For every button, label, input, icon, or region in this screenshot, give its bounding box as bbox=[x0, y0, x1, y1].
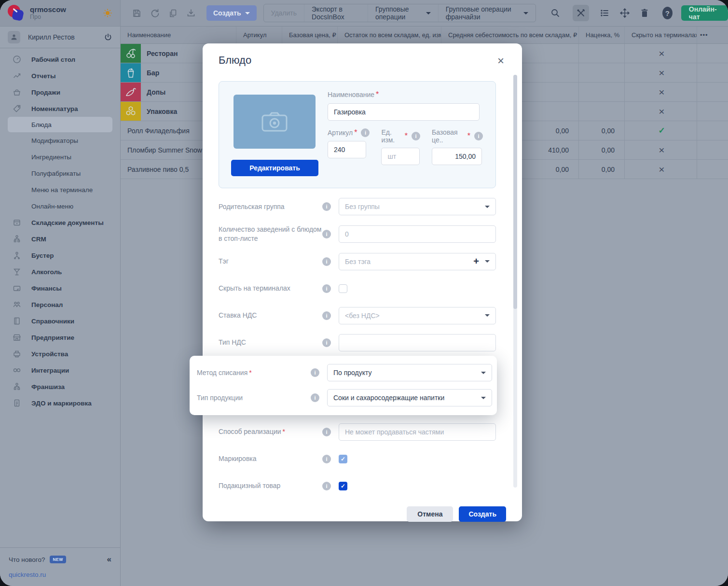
edit-photo-button[interactable]: Редактировать bbox=[231, 160, 318, 176]
devices-printer-icon bbox=[13, 349, 22, 358]
info-icon[interactable]: i bbox=[361, 128, 370, 137]
move-icon[interactable] bbox=[620, 8, 630, 18]
info-icon[interactable]: i bbox=[322, 257, 331, 266]
info-icon[interactable]: i bbox=[322, 311, 331, 320]
sidebar-item-finance[interactable]: Финансы bbox=[0, 280, 120, 296]
close-icon[interactable]: × bbox=[495, 54, 506, 68]
sidebar-item-modifiers[interactable]: Модификаторы bbox=[0, 132, 120, 149]
save-icon[interactable] bbox=[132, 9, 141, 18]
sidebar-item-semifinished[interactable]: Полуфабрикаты bbox=[0, 165, 120, 181]
copy-icon[interactable] bbox=[168, 9, 178, 18]
sidebar-item-warehouse-docs[interactable]: Складские документы bbox=[0, 214, 120, 231]
franchise-orgchart-icon bbox=[13, 382, 22, 391]
chevron-down-icon bbox=[485, 260, 490, 263]
cancel-button[interactable]: Отмена bbox=[407, 506, 453, 522]
writeoff-method-label: Метод списания bbox=[197, 369, 247, 377]
search-icon[interactable] bbox=[550, 8, 560, 18]
sidebar-nav: Рабочий стол Отчеты Продажи Номенклатура… bbox=[0, 48, 120, 411]
sidebar-item-devices[interactable]: Устройства bbox=[0, 346, 120, 362]
whats-new-link[interactable]: Что нового? bbox=[9, 556, 45, 563]
modal-scrollbar-thumb[interactable] bbox=[513, 75, 517, 309]
info-icon[interactable]: i bbox=[322, 202, 331, 211]
info-icon[interactable]: i bbox=[474, 132, 483, 140]
sidebar-item-franchise[interactable]: Франшиза bbox=[0, 378, 120, 395]
vat-type-input[interactable] bbox=[339, 334, 496, 351]
hidden-cross-mark: × bbox=[659, 164, 664, 174]
info-icon[interactable]: i bbox=[322, 338, 331, 347]
group-operations-franchise-button[interactable]: Групповые операции франчайзи bbox=[438, 4, 536, 22]
info-icon[interactable]: i bbox=[322, 230, 331, 238]
sidebar-item-ingredients[interactable]: Ингредиенты bbox=[0, 149, 120, 165]
hide-on-terminals-checkbox[interactable] bbox=[339, 284, 347, 293]
col-header-hidden[interactable]: Скрыто на терминалах bbox=[625, 27, 697, 43]
sidebar-item-edo[interactable]: ЭДО и маркировка bbox=[0, 395, 120, 411]
hidden-cross-mark: × bbox=[659, 87, 664, 97]
parent-group-select[interactable]: Без группы bbox=[339, 198, 496, 215]
info-icon[interactable]: i bbox=[311, 393, 319, 402]
info-icon[interactable]: i bbox=[322, 455, 331, 463]
sidebar-item-dashboard[interactable]: Рабочий стол bbox=[0, 51, 120, 68]
delete-button[interactable]: Удалить bbox=[264, 4, 304, 22]
photo-placeholder[interactable] bbox=[234, 95, 316, 149]
writeoff-method-select[interactable]: По продукту bbox=[327, 364, 492, 381]
sidebar-item-integrations[interactable]: Интеграции bbox=[0, 362, 120, 378]
chevron-down-icon bbox=[481, 372, 486, 374]
sidebar-item-alcohol[interactable]: Алкоголь bbox=[0, 264, 120, 280]
col-header-name[interactable]: Наименование bbox=[121, 27, 236, 43]
hidden-cross-mark: × bbox=[659, 48, 664, 58]
col-header-stock[interactable]: Остаток по всем складам, ед. изм. bbox=[338, 27, 441, 43]
unit-input[interactable] bbox=[381, 148, 420, 165]
sidebar-item-crm[interactable]: CRM bbox=[0, 231, 120, 247]
info-icon[interactable]: i bbox=[322, 428, 331, 436]
sales-basket-icon bbox=[13, 88, 22, 97]
sidebar-item-nomenclature[interactable]: Номенклатура bbox=[0, 100, 120, 117]
sidebar-item-staff[interactable]: Персонал bbox=[0, 296, 120, 313]
toolbar-button-group: Удалить Экспорт в DocsInBox Групповые оп… bbox=[263, 4, 536, 22]
trash-icon[interactable] bbox=[640, 8, 649, 18]
group-operations-button[interactable]: Групповые операции bbox=[368, 4, 438, 22]
sale-method-input[interactable] bbox=[339, 423, 496, 441]
sidebar-item-terminal-menu[interactable]: Меню на терминале bbox=[0, 181, 120, 198]
enterprise-store-icon bbox=[13, 333, 22, 342]
tools-icon[interactable] bbox=[573, 5, 589, 21]
excise-checkbox[interactable]: ✓ bbox=[339, 482, 347, 490]
info-icon[interactable]: i bbox=[412, 132, 420, 140]
add-tag-icon[interactable]: + bbox=[473, 256, 479, 267]
theme-sun-icon[interactable] bbox=[103, 8, 112, 18]
refresh-icon[interactable] bbox=[150, 8, 160, 18]
online-chat-button[interactable]: Онлайн-чат bbox=[681, 5, 728, 21]
logout-power-icon[interactable] bbox=[104, 33, 112, 42]
vat-rate-select[interactable]: <без НДС> bbox=[339, 307, 496, 324]
sidebar-item-enterprise[interactable]: Предприятие bbox=[0, 329, 120, 346]
col-header-sku[interactable]: Артикул bbox=[236, 27, 282, 43]
sidebar-item-directories[interactable]: Справочники bbox=[0, 313, 120, 329]
base-price-input[interactable] bbox=[432, 148, 482, 165]
chevron-down-icon bbox=[481, 397, 486, 399]
col-header-base-price[interactable]: Базовая цена, ₽ bbox=[282, 27, 338, 43]
quickresto-link[interactable]: quickresto.ru bbox=[9, 571, 111, 578]
info-icon[interactable]: i bbox=[322, 482, 331, 490]
stoplist-count-input[interactable] bbox=[339, 225, 496, 243]
help-icon[interactable]: ? bbox=[662, 7, 673, 19]
column-settings-button[interactable]: ••• bbox=[697, 27, 728, 43]
col-header-avg-cost[interactable]: Средняя себестоимость по всем складам, ₽ bbox=[441, 27, 579, 43]
download-icon[interactable] bbox=[186, 8, 196, 18]
col-header-markup[interactable]: Наценка, % bbox=[579, 27, 625, 43]
name-input[interactable] bbox=[328, 103, 480, 121]
sidebar-item-dishes[interactable]: Блюда bbox=[8, 117, 112, 132]
create-button[interactable]: Создать bbox=[206, 5, 257, 21]
marking-checkbox[interactable]: ✓ bbox=[339, 455, 347, 463]
tag-select[interactable]: Без тэга+ bbox=[339, 253, 496, 270]
sidebar-item-online-menu[interactable]: Онлайн-меню bbox=[0, 198, 120, 214]
list-view-icon[interactable] bbox=[600, 8, 609, 18]
sidebar-item-sales[interactable]: Продажи bbox=[0, 84, 120, 100]
info-icon[interactable]: i bbox=[311, 368, 319, 377]
sidebar-item-booster[interactable]: Бустер bbox=[0, 247, 120, 264]
sidebar-item-reports[interactable]: Отчеты bbox=[0, 68, 120, 84]
info-icon[interactable]: i bbox=[322, 284, 331, 293]
export-docsinbox-button[interactable]: Экспорт в DocsInBox bbox=[304, 4, 368, 22]
sku-input[interactable] bbox=[328, 141, 366, 158]
collapse-sidebar-icon[interactable]: « bbox=[107, 555, 111, 564]
product-type-select[interactable]: Соки и сахаросодержащие напитки bbox=[327, 389, 492, 406]
create-submit-button[interactable]: Создать bbox=[459, 506, 506, 522]
